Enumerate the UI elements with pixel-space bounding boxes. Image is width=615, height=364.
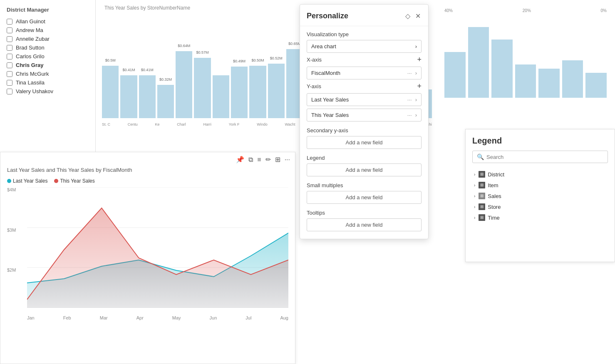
y-axis-this-year-chevron-icon[interactable]: › bbox=[415, 112, 417, 118]
area-chart-svg-container bbox=[27, 187, 288, 308]
x-axis-label-item: Aug bbox=[280, 315, 288, 320]
sidebar-item[interactable]: Carlos Grilo bbox=[7, 52, 89, 61]
bar: $0.32M bbox=[157, 85, 174, 119]
expand-icon[interactable]: ⊞ bbox=[275, 156, 280, 163]
legend-tree-item[interactable]: › ⊞ Store bbox=[472, 201, 608, 212]
personalize-panel: Personalize ◇ ✕ Visualization type Area … bbox=[300, 4, 429, 239]
more-icon[interactable]: ··· bbox=[285, 156, 290, 163]
legend-add-text: Add a new field bbox=[346, 167, 383, 173]
legend-item-chevron: › bbox=[474, 172, 475, 177]
legend-tree-item[interactable]: › ⊞ Time bbox=[472, 212, 608, 223]
legend-tree-item[interactable]: › ⊞ Item bbox=[472, 180, 608, 191]
y-axis-this-year-icons: ··· › bbox=[407, 112, 417, 118]
x-axis-label-item: Apr bbox=[136, 315, 144, 320]
legend-item-label: Store bbox=[488, 204, 501, 210]
x-axis-label-item: Jun bbox=[210, 315, 217, 320]
right-bar bbox=[444, 52, 466, 98]
legend-tree-item[interactable]: › ⊞ District bbox=[472, 169, 608, 180]
legend-section-label: Legend bbox=[307, 155, 422, 161]
search-input[interactable] bbox=[486, 154, 603, 160]
right-chart-inner: 40% 20% 0% bbox=[436, 0, 615, 106]
y-axis-this-year-more-icon[interactable]: ··· bbox=[407, 112, 412, 118]
bar-x-label: Wacht bbox=[285, 122, 295, 126]
area-chart-legend-row: Last Year Sales This Year Sales bbox=[0, 176, 295, 187]
legend-item-type-icon: ⊞ bbox=[479, 214, 485, 221]
secondary-y-axis-add-text: Add a new field bbox=[346, 139, 383, 146]
bar-x-label: Windo bbox=[257, 122, 268, 126]
y-axis-this-year-row[interactable]: This Year Sales ··· › bbox=[307, 109, 422, 121]
personalize-body: Visualization type Area chart › X-axis +… bbox=[300, 26, 428, 239]
x-axis-field-row[interactable]: FiscalMonth ··· › bbox=[307, 67, 422, 79]
pin-icon[interactable]: 📌 bbox=[236, 156, 244, 163]
x-axis-more-icon[interactable]: ··· bbox=[407, 70, 412, 76]
legend-item-chevron: › bbox=[474, 183, 475, 188]
right-bar bbox=[562, 60, 583, 98]
legend-tree-items: › ⊞ District › ⊞ Item › ⊞ Sales › ⊞ Stor… bbox=[472, 169, 608, 223]
district-manager-sidebar: District Manager Allan Guinot Andrew Ma … bbox=[0, 0, 96, 154]
y-axis-last-year-more-icon[interactable]: ··· bbox=[407, 97, 412, 103]
y-axis-last-year-row[interactable]: Last Year Sales ··· › bbox=[307, 93, 422, 106]
legend-search-box[interactable]: 🔍 bbox=[472, 151, 608, 163]
legend-item-chevron: › bbox=[474, 205, 475, 209]
legend-item-type-icon: ⊞ bbox=[479, 203, 485, 210]
y-axis-label: Y-axis bbox=[307, 83, 321, 89]
small-multiples-add-field[interactable]: Add a new field bbox=[307, 191, 422, 204]
sidebar-item[interactable]: Tina Lassila bbox=[7, 78, 89, 87]
sidebar-item[interactable]: Andrew Ma bbox=[7, 26, 89, 35]
filter-icon[interactable]: ≡ bbox=[257, 156, 261, 163]
tooltips-label: Tooltips bbox=[307, 210, 422, 216]
y-axis-last-year-chevron-icon[interactable]: › bbox=[415, 97, 417, 103]
y-axis-this-year-value: This Year Sales bbox=[311, 112, 407, 118]
x-axis-field-value: FiscalMonth bbox=[311, 70, 407, 76]
copy-icon[interactable]: ⧉ bbox=[248, 156, 253, 163]
small-multiples-label: Small multiples bbox=[307, 182, 422, 188]
bar bbox=[213, 75, 229, 119]
personalize-header-icons: ◇ ✕ bbox=[404, 11, 422, 21]
y-axis-add-button[interactable]: + bbox=[417, 82, 422, 91]
secondary-y-axis-add-field[interactable]: Add a new field bbox=[307, 136, 422, 149]
sidebar-item[interactable]: Chris Gray bbox=[7, 61, 89, 69]
bar: $0.57M bbox=[194, 58, 211, 118]
x-axis-label-item: Feb bbox=[63, 315, 71, 320]
right-chart-background: 40% 20% 0% bbox=[436, 0, 615, 150]
legend-item-type-icon: ⊞ bbox=[479, 193, 485, 199]
sidebar-item[interactable]: Chris McGurk bbox=[7, 69, 89, 78]
sidebar-item[interactable]: Annelie Zubar bbox=[7, 35, 89, 43]
legend-panel: Legend 🔍 › ⊞ District › ⊞ Item › ⊞ Sales… bbox=[465, 129, 615, 262]
x-axis-chevron-icon[interactable]: › bbox=[415, 70, 417, 76]
legend-item-label: Sales bbox=[488, 193, 501, 199]
viz-type-selector[interactable]: Area chart › bbox=[307, 40, 422, 53]
edit-icon[interactable]: ✏ bbox=[265, 156, 271, 163]
area-chart-title: Last Year Sales and This Year Sales by F… bbox=[0, 167, 295, 176]
bar-x-label: Ke bbox=[155, 122, 160, 126]
legend-item-label: District bbox=[488, 171, 504, 178]
x-axis-header: X-axis + bbox=[307, 55, 422, 64]
area-chart-svg bbox=[27, 187, 288, 308]
legend-item-type-icon: ⊞ bbox=[479, 171, 485, 178]
bar: $0.41M bbox=[139, 75, 156, 119]
sidebar-title: District Manager bbox=[7, 7, 89, 13]
y-axis-last-year-icons: ··· › bbox=[407, 97, 417, 103]
y-axis-header: Y-axis + bbox=[307, 82, 422, 91]
sidebar-item[interactable]: Brad Sutton bbox=[7, 43, 89, 52]
sidebar-item[interactable]: Allan Guinot bbox=[7, 17, 89, 26]
x-axis-add-button[interactable]: + bbox=[417, 55, 422, 64]
sidebar-item[interactable]: Valery Ushakov bbox=[7, 87, 89, 96]
area-chart-toolbar: 📌 ⧉ ≡ ✏ ⊞ ··· bbox=[0, 152, 295, 167]
chart-area: $4M $3M $2M bbox=[7, 187, 288, 320]
tooltips-add-field[interactable]: Add a new field bbox=[307, 218, 422, 231]
area-chart-panel: 📌 ⧉ ≡ ✏ ⊞ ··· Last Year Sales and This Y… bbox=[0, 152, 295, 364]
legend-this-year: This Year Sales bbox=[54, 178, 94, 184]
this-year-dot bbox=[54, 179, 58, 183]
y-axis-last-year-value: Last Year Sales bbox=[311, 97, 407, 103]
bar-x-label: St. C bbox=[102, 122, 110, 126]
personalize-reset-button[interactable]: ◇ bbox=[404, 11, 411, 21]
personalize-close-button[interactable]: ✕ bbox=[414, 11, 422, 21]
legend-tree-item[interactable]: › ⊞ Sales bbox=[472, 191, 608, 201]
x-axis-label-item: Mar bbox=[100, 315, 108, 320]
right-bar bbox=[538, 69, 560, 98]
last-year-label: Last Year Sales bbox=[13, 178, 47, 184]
legend-add-field[interactable]: Add a new field bbox=[307, 163, 422, 176]
right-bar bbox=[491, 40, 513, 98]
bar: $0.5M bbox=[102, 66, 119, 119]
